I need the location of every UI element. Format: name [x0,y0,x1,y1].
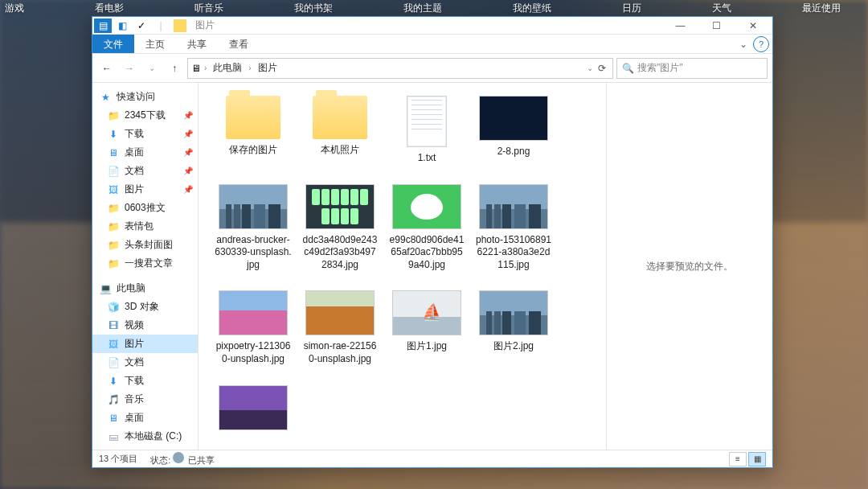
sidebar-item[interactable]: 📁表情包 [92,217,198,236]
sidebar-item[interactable]: 🖼图片 [92,335,198,353]
sidebar-item[interactable]: 📄文档📌 [92,162,198,180]
file-item[interactable]: 1.txt [388,96,465,165]
file-item[interactable]: 图片2.jpg [475,290,552,365]
qat-icon-1[interactable]: ▤ [94,18,112,33]
dl-icon: ⬇ [107,375,120,388]
search-input[interactable]: 🔍 搜索"图片" [616,58,768,79]
sidebar-item-label: 2345下载 [125,109,166,122]
nav-up-button[interactable]: ↑ [165,59,184,78]
sidebar-item[interactable]: ⬇下载 [92,372,198,390]
desktop-menu-item[interactable]: 我的书架 [294,2,333,13]
qat-icon-3[interactable]: ✓ [133,18,150,33]
folder-icon: 📁 [107,109,120,122]
desktop-menu-item[interactable]: 天气 [712,2,731,13]
file-label: pixpoetry-1213060-unsplash.jpg [215,340,292,365]
file-item[interactable]: andreas-brucker-630339-unsplash.jpg [215,184,292,272]
desktop-menu-item[interactable]: 我的壁纸 [513,2,551,13]
pin-icon: 📌 [183,129,193,138]
qat-separator: | [152,18,170,33]
pin-icon: 📌 [183,111,193,120]
file-label: simon-rae-221560-unsplash.jpg [301,340,379,365]
desktop-menu-item[interactable]: 日历 [622,2,641,13]
ribbon-tab[interactable]: 主页 [134,35,176,53]
sidebar-item[interactable]: 🖼图片📌 [92,180,198,199]
file-item[interactable]: e99c80d906de4165af20ac7bbb959a40.jpg [388,184,465,272]
minimize-button[interactable]: — [662,17,698,35]
address-box[interactable]: 🖥 › 此电脑 › 图片 ⌄ ⟳ [187,58,613,79]
sidebar-item[interactable]: 📁2345下载📌 [92,106,198,125]
breadcrumb-root[interactable]: 此电脑 [210,60,245,76]
disk-icon: 🖴 [107,430,120,443]
sidebar-item-label: 图片 [125,337,144,351]
maximize-button[interactable]: ☐ [698,17,735,35]
folder-icon: 📁 [107,202,120,215]
desktop-menu-item[interactable]: 游戏 [5,2,24,13]
file-thumbnail [313,96,367,139]
3d-icon: 🧊 [107,301,120,314]
refresh-icon[interactable]: ⟳ [595,63,609,74]
sidebar-item[interactable]: 📁0603推文 [92,199,198,217]
mus-icon: 🎵 [107,393,120,406]
sidebar-item[interactable]: 🎵音乐 [92,390,198,409]
nav-back-button[interactable]: ← [97,59,117,78]
file-item[interactable]: 图片1.jpg [388,290,465,365]
desktop-menu-item[interactable]: 我的主题 [403,2,442,13]
pin-icon: 📌 [183,166,193,175]
status-count: 13 个项目 [99,453,137,465]
file-item[interactable]: 本机照片 [301,96,379,165]
close-button[interactable]: ✕ [735,17,771,35]
sidebar-item[interactable]: ⬇下载📌 [92,125,198,143]
files-area[interactable]: 保存的图片本机照片1.txt2-8.pngandreas-brucker-630… [199,83,607,450]
chevron-right-icon: › [248,64,251,72]
sidebar-item-label: 3D 对象 [125,300,159,314]
desk-icon: 🖥 [107,146,120,159]
file-item[interactable]: photo-1531068916221-a380a3e2d115.jpg [475,184,552,272]
ribbon-tab[interactable]: 查看 [218,35,260,53]
ribbon-expand-icon[interactable]: ⌄ [735,36,751,52]
help-icon[interactable]: ? [753,36,769,52]
ribbon-file[interactable]: 文件 [92,35,134,53]
sidebar-item[interactable]: 📁头条封面图 [92,236,198,254]
sidebar-item[interactable]: 🖥桌面📌 [92,143,198,162]
chevron-right-icon: › [204,64,207,72]
view-details-button[interactable]: ≡ [729,452,747,466]
file-label: 1.txt [418,152,436,165]
file-item[interactable]: simon-rae-221560-unsplash.jpg [301,290,379,365]
file-item[interactable]: 保存的图片 [215,96,292,165]
doc-icon: 📄 [107,356,120,369]
sidebar-item[interactable]: 🧊3D 对象 [92,298,198,316]
file-item[interactable] [215,385,292,435]
sidebar-section-header[interactable]: 💻此电脑 [92,279,198,298]
desktop-menu-item[interactable]: 最近使用 [802,2,841,13]
file-thumbnail [305,184,375,229]
pic-icon: 🖼 [107,338,120,351]
sidebar-item-label: 音乐 [125,392,144,406]
desktop-menu-item[interactable]: 看电影 [95,2,124,13]
file-thumbnail [392,290,461,335]
statusbar: 13 个项目 状态: 已共享 ≡ ▦ [92,450,772,467]
breadcrumb-current[interactable]: 图片 [255,60,280,76]
nav-recent-button[interactable]: ⌄ [142,59,162,78]
sidebar-item[interactable]: 📄文档 [92,353,198,372]
sidebar-item-label: 文档 [125,355,144,369]
window-title: 图片 [195,18,215,32]
ribbon-tab[interactable]: 共享 [176,35,218,53]
sidebar-item[interactable]: 🖴本地磁盘 (C:) [92,427,198,446]
file-thumbnail [479,184,548,229]
nav-forward-button[interactable]: → [120,59,139,78]
star-icon: ★ [99,91,112,104]
view-icons-button[interactable]: ▦ [748,452,766,466]
sidebar-item[interactable]: 🎞视频 [92,316,198,335]
sidebar-item[interactable]: 🖥桌面 [92,409,198,427]
sidebar-section-header[interactable]: ★快速访问 [92,88,198,106]
desktop-menu-item[interactable]: 听音乐 [194,2,223,13]
qat-icon-2[interactable]: ◧ [113,18,131,33]
file-thumbnail [219,184,288,229]
file-item[interactable]: ddc3a480d9e243c49d2f3a93b4972834.jpg [301,184,379,272]
sidebar-item[interactable]: 🖴新加卷 (E:) [92,446,198,450]
explorer-window: ▤ ◧ ✓ | 图片 — ☐ ✕ 文件 主页共享查看 ⌄ ? ← → ⌄ ↑ 🖥… [92,16,773,468]
address-dropdown-icon[interactable]: ⌄ [587,64,593,72]
sidebar-item[interactable]: 📁一搜君文章 [92,254,198,273]
file-item[interactable]: pixpoetry-1213060-unsplash.jpg [215,290,292,365]
file-item[interactable]: 2-8.png [475,96,552,165]
